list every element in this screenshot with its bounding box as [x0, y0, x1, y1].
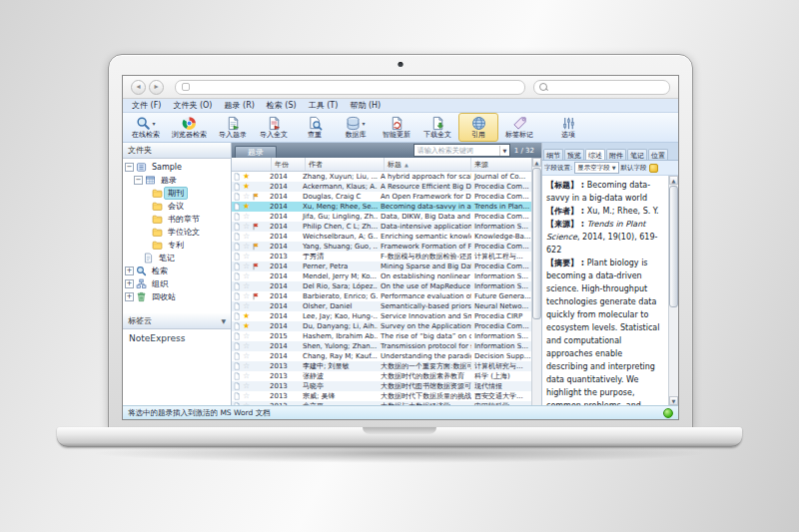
- scroll-up-icon[interactable]: ▲: [532, 158, 541, 167]
- flag-yellow-icon[interactable]: [252, 243, 261, 251]
- flag-red-icon[interactable]: [252, 223, 261, 231]
- scroll-down-icon[interactable]: ▼: [669, 396, 678, 405]
- expand-toggle-icon[interactable]: +: [125, 266, 134, 275]
- toolbar-button-browser-search[interactable]: 浏览器检索: [167, 113, 212, 142]
- sidebar-item-检索[interactable]: +检索: [123, 265, 231, 277]
- scrollbar-thumb[interactable]: [532, 168, 541, 319]
- toolbar-button-download-fulltext[interactable]: 下载全文: [417, 113, 457, 142]
- field-display-dropdown[interactable]: 显示空字段 ▼: [574, 162, 618, 174]
- table-row[interactable]: ★2014Xu, Meng; Rhee, Se...Becoming data-…: [232, 202, 531, 212]
- menu-item[interactable]: 帮助 (H): [350, 100, 381, 111]
- detail-scrollbar[interactable]: ▲ ▼: [668, 176, 678, 405]
- sidebar-item-题录[interactable]: −题录: [123, 174, 231, 187]
- star-rating-icon[interactable]: ☆: [242, 292, 251, 300]
- field-settings-icon[interactable]: [649, 164, 658, 173]
- star-rating-icon[interactable]: ☆: [242, 372, 251, 380]
- menu-item[interactable]: 检索 (S): [267, 100, 297, 111]
- table-row[interactable]: ☆2014Olsher, DanielSemantically-based pr…: [232, 301, 531, 311]
- star-rating-icon[interactable]: ☆: [242, 243, 251, 251]
- expand-toggle-icon[interactable]: +: [125, 279, 134, 288]
- flag-yellow-icon[interactable]: [252, 193, 261, 201]
- table-row[interactable]: ☆2014Del Rio, Sara; López...On the use o…: [232, 281, 531, 291]
- expand-toggle-icon[interactable]: +: [125, 292, 134, 301]
- table-row[interactable]: ★2014Du, Danyang; Li, Aih...Survey on th…: [232, 321, 531, 331]
- flag-red-icon[interactable]: [252, 292, 261, 300]
- column-header-title[interactable]: 标题▲: [385, 158, 471, 171]
- detail-tab-位置[interactable]: 位置: [648, 149, 668, 160]
- menu-item[interactable]: 题录 (R): [224, 100, 254, 111]
- star-rating-icon[interactable]: ★: [242, 183, 251, 191]
- star-rating-icon[interactable]: ★: [242, 203, 251, 211]
- table-row[interactable]: ☆2014Douglas, Craig CAn Open Framework f…: [232, 192, 531, 202]
- table-row[interactable]: ☆2014Weichselbraun, A; G...Enriching sem…: [232, 232, 531, 242]
- column-icons-header[interactable]: [232, 158, 272, 171]
- forward-button[interactable]: ▸: [149, 80, 164, 95]
- tagcloud-tag[interactable]: NoteExpress: [129, 333, 185, 343]
- scroll-up-icon[interactable]: ▲: [669, 176, 678, 185]
- star-rating-icon[interactable]: ★: [242, 322, 251, 330]
- star-rating-icon[interactable]: ☆: [242, 193, 251, 201]
- star-rating-icon[interactable]: ☆: [242, 382, 251, 390]
- back-button[interactable]: ◂: [131, 80, 146, 95]
- toolbar-button-tag-mark[interactable]: 标签标记: [499, 113, 539, 142]
- table-row[interactable]: ☆2013马晓亭大数据时代图书馆数据资源可用性保障研究现代情报: [232, 381, 531, 391]
- flag-red-icon[interactable]: [252, 263, 261, 270]
- table-row[interactable]: ★2014Ackermann, Klaus; A...A Resource Ef…: [232, 182, 531, 192]
- tab-records[interactable]: 题录: [235, 146, 277, 158]
- sidebar-item-回收站[interactable]: +回收站: [123, 290, 231, 303]
- detail-tab-细节[interactable]: 细节: [543, 149, 563, 160]
- tagcloud-header[interactable]: 标签云 ▼: [123, 313, 231, 329]
- star-rating-icon[interactable]: ☆: [242, 253, 251, 261]
- star-rating-icon[interactable]: ★: [242, 312, 251, 320]
- toolbar-button-options[interactable]: 选项: [548, 113, 588, 142]
- star-rating-icon[interactable]: ☆: [242, 233, 251, 241]
- table-row[interactable]: ☆2013宗威; 吴锋大数据时代下数据质量的挑战西安交通大学...: [232, 391, 531, 401]
- table-row[interactable]: ☆2014Chang, Ray M; Kauf...Understanding …: [232, 351, 531, 361]
- star-rating-icon[interactable]: ☆: [242, 392, 251, 400]
- menu-item[interactable]: 工具 (T): [309, 100, 339, 111]
- table-row[interactable]: ☆2014Mendel, Jerry M; Ko...On establishi…: [232, 271, 531, 281]
- records-search-input[interactable]: 请输入检索关键词 ▼: [413, 144, 510, 157]
- expand-toggle-icon[interactable]: −: [134, 176, 143, 185]
- browser-search-field[interactable]: [533, 80, 670, 95]
- table-row[interactable]: ☆2014Philip Chen, C L; Zh...Data-intensi…: [232, 222, 531, 232]
- table-row[interactable]: ☆2013于秀清F-数据模与秩的数据检验-还原计算机工程与...: [232, 252, 531, 262]
- sidebar-item-书的章节[interactable]: 书的章节: [123, 213, 231, 226]
- sidebar-item-学位论文[interactable]: 学位论文: [123, 226, 231, 239]
- column-header-source[interactable]: 来源: [471, 158, 531, 171]
- menu-item[interactable]: 文件 (F): [132, 100, 161, 111]
- table-row[interactable]: ☆2013张静波大数据时代的数据素养教育科学 (上海): [232, 371, 531, 381]
- column-header-author[interactable]: 作者: [306, 158, 385, 171]
- star-rating-icon[interactable]: ☆: [242, 213, 251, 221]
- toolbar-button-smart-update[interactable]: 智能更新: [377, 113, 416, 142]
- table-row[interactable]: ☆2014Yang, Shuang; Guo, ...Framework For…: [232, 242, 531, 252]
- menu-item[interactable]: 文件夹 (O): [173, 100, 212, 111]
- detail-tab-附件[interactable]: 附件: [606, 149, 626, 160]
- toolbar-button-import-fulltext[interactable]: 导入全文: [254, 113, 294, 142]
- star-rating-icon[interactable]: ☆: [242, 302, 251, 310]
- toolbar-button-import-records[interactable]: 导入题录: [213, 113, 253, 142]
- column-header-year[interactable]: 年份: [272, 158, 306, 171]
- expand-toggle-icon[interactable]: −: [125, 163, 134, 172]
- scrollbar-thumb[interactable]: [669, 186, 678, 307]
- star-rating-icon[interactable]: ☆: [242, 272, 251, 280]
- sidebar-item-笔记[interactable]: 笔记: [123, 252, 231, 265]
- table-row[interactable]: ☆2013李建中; 刘显敏大数据的一个重要方面:数据可用性计算机研究与...: [232, 361, 531, 371]
- table-row[interactable]: ☆2014Shen, Yulong; Zhan...Transmission p…: [232, 341, 531, 351]
- detail-tab-预览[interactable]: 预览: [564, 149, 584, 160]
- star-rating-icon[interactable]: ☆: [242, 362, 251, 370]
- star-rating-icon[interactable]: ☆: [242, 352, 251, 360]
- star-rating-icon[interactable]: ☆: [242, 263, 251, 270]
- chevron-down-icon[interactable]: ▼: [499, 146, 509, 156]
- sidebar-item-期刊[interactable]: 期刊: [123, 187, 231, 200]
- table-row[interactable]: ★2014Lee, Jay; Kao, Hung-...Service Inno…: [232, 311, 531, 321]
- toolbar-button-dedupe[interactable]: 查重: [295, 113, 335, 142]
- table-row[interactable]: ☆2014Perner, PetraMining Sparse and Big …: [232, 262, 531, 271]
- star-rating-icon[interactable]: ☆: [242, 282, 251, 290]
- table-row[interactable]: ☆2015Hashem, Ibrahim Ab...The rise of “b…: [232, 331, 531, 341]
- star-rating-icon[interactable]: ☆: [242, 332, 251, 340]
- table-row[interactable]: ☆2014Barbierato, Enrico; G...Performance…: [232, 291, 531, 301]
- sidebar-item-会议[interactable]: 会议: [123, 200, 231, 213]
- records-scrollbar[interactable]: ▲: [531, 158, 541, 405]
- table-row[interactable]: ★2014Zhang, Xuyun; Liu, ...A hybrid appr…: [232, 172, 531, 182]
